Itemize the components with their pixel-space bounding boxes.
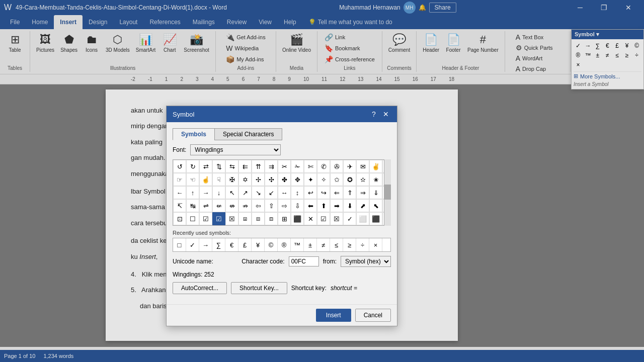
sym-cell[interactable]: ☜ bbox=[186, 173, 199, 186]
recently-cell[interactable]: ± bbox=[304, 238, 317, 251]
sym-cell[interactable]: ✬ bbox=[369, 173, 382, 186]
sym-cell[interactable]: ☒ bbox=[225, 212, 238, 225]
recently-cell[interactable]: × bbox=[369, 238, 382, 251]
sym-cell[interactable]: ↪ bbox=[317, 186, 330, 199]
sym-cell[interactable]: ⇅ bbox=[212, 160, 225, 173]
character-code-input[interactable] bbox=[289, 256, 319, 266]
sym-cell[interactable]: ✌ bbox=[369, 160, 382, 173]
sym-cell[interactable]: ⇦ bbox=[252, 199, 265, 212]
sym-cell[interactable]: ✪ bbox=[343, 173, 356, 186]
sym-cell[interactable]: ⇌ bbox=[199, 199, 212, 212]
sym-cell[interactable]: ✠ bbox=[225, 173, 238, 186]
recently-cell[interactable]: ∑ bbox=[212, 238, 225, 251]
sym-cell[interactable]: ✉ bbox=[356, 160, 369, 173]
sym-cell[interactable]: ⇓ bbox=[369, 186, 382, 199]
sym-cell[interactable]: ✓ bbox=[343, 212, 356, 225]
sym-cell[interactable]: ⇧ bbox=[265, 199, 278, 212]
dialog-tab-special-chars[interactable]: Special Characters bbox=[214, 128, 282, 140]
symbol-grid-scrollbar[interactable] bbox=[384, 159, 391, 226]
recently-cell[interactable]: → bbox=[199, 238, 212, 251]
sym-cell[interactable]: ↙ bbox=[265, 186, 278, 199]
sym-cell[interactable]: ↕ bbox=[291, 186, 304, 199]
sym-cell[interactable]: ⇄ bbox=[199, 160, 212, 173]
sym-cell[interactable]: ⊡ bbox=[173, 212, 186, 225]
sym-cell[interactable]: ← bbox=[173, 186, 186, 199]
sym-cell[interactable]: ☐ bbox=[186, 212, 199, 225]
sym-cell[interactable]: ✈ bbox=[343, 160, 356, 173]
autocorrect-button[interactable]: AutoCorrect... bbox=[173, 282, 227, 294]
recently-cell[interactable]: ÷ bbox=[356, 238, 369, 251]
sym-cell[interactable]: ✧ bbox=[317, 173, 330, 186]
sym-cell[interactable]: ⬈ bbox=[356, 199, 369, 212]
sym-cell[interactable]: ↘ bbox=[252, 186, 265, 199]
recently-cell[interactable]: ™ bbox=[291, 238, 304, 251]
sym-cell[interactable]: ⇐ bbox=[330, 186, 343, 199]
sym-cell[interactable]: ⬇ bbox=[343, 199, 356, 212]
sym-cell[interactable]: ✄ bbox=[304, 160, 317, 173]
sym-cell[interactable]: ⬆ bbox=[317, 199, 330, 212]
sym-cell[interactable]: ☞ bbox=[173, 173, 186, 186]
recently-cell[interactable]: ¥ bbox=[252, 238, 265, 251]
sym-cell[interactable]: ⇇ bbox=[238, 160, 252, 173]
sym-cell[interactable]: ✂ bbox=[278, 160, 291, 173]
sym-cell[interactable]: ↸ bbox=[173, 199, 186, 212]
sym-cell[interactable]: ☑ bbox=[212, 212, 225, 225]
cancel-button[interactable]: Cancel bbox=[355, 309, 391, 322]
sym-cell[interactable]: ✢ bbox=[252, 173, 265, 186]
recently-cell[interactable]: € bbox=[225, 238, 238, 251]
sym-cell[interactable]: ✕ bbox=[304, 212, 317, 225]
sym-cell[interactable]: ⬅ bbox=[304, 199, 317, 212]
sym-cell[interactable]: ⬉ bbox=[369, 199, 382, 212]
sym-cell[interactable]: ⇍ bbox=[212, 199, 225, 212]
sym-cell[interactable]: ⇉ bbox=[265, 160, 278, 173]
recently-cell[interactable]: © bbox=[265, 238, 278, 251]
sym-cell[interactable]: ⇈ bbox=[252, 160, 265, 173]
char-from-select[interactable]: Symbol (hex) Unicode (decimal) ASCII (de… bbox=[341, 256, 391, 267]
sym-cell[interactable]: ⇩ bbox=[291, 199, 304, 212]
recently-cell[interactable]: □ bbox=[173, 238, 186, 251]
sym-cell[interactable]: ⇎ bbox=[225, 199, 238, 212]
sym-cell[interactable]: ✫ bbox=[356, 173, 369, 186]
sym-cell[interactable]: ✆ bbox=[317, 160, 330, 173]
sym-cell[interactable]: ⧆ bbox=[238, 212, 252, 225]
sym-cell[interactable]: ➡ bbox=[330, 199, 343, 212]
sym-cell[interactable]: ✡ bbox=[238, 173, 252, 186]
sym-cell[interactable]: ↑ bbox=[186, 186, 199, 199]
sym-cell[interactable]: ✁ bbox=[291, 160, 304, 173]
sym-cell[interactable]: ☑ bbox=[317, 212, 330, 225]
dialog-close-button[interactable]: ✕ bbox=[381, 109, 391, 119]
sym-cell[interactable]: ↹ bbox=[186, 199, 199, 212]
sym-cell[interactable]: ✥ bbox=[291, 173, 304, 186]
recently-cell[interactable]: ≥ bbox=[343, 238, 356, 251]
sym-cell[interactable]: ⧇ bbox=[252, 212, 265, 225]
sym-cell[interactable]: ⇨ bbox=[278, 199, 291, 212]
sym-cell[interactable]: ↔ bbox=[278, 186, 291, 199]
dialog-tab-symbols[interactable]: Symbols bbox=[173, 128, 215, 140]
sym-cell[interactable]: ↻ bbox=[186, 160, 199, 173]
font-select[interactable]: Wingdings Symbol Webdings Arial bbox=[190, 144, 281, 155]
sym-cell[interactable]: ✦ bbox=[304, 173, 317, 186]
sym-cell[interactable]: ☑ bbox=[199, 212, 212, 225]
shortcut-key-button[interactable]: Shortcut Key... bbox=[231, 282, 287, 294]
sym-cell[interactable]: ⇒ bbox=[356, 186, 369, 199]
sym-cell[interactable]: ↺ bbox=[173, 160, 186, 173]
sym-cell[interactable]: ✣ bbox=[265, 173, 278, 186]
recently-cell[interactable]: ≠ bbox=[317, 238, 330, 251]
sym-cell[interactable]: ⇏ bbox=[238, 199, 252, 212]
recently-cell[interactable]: ≤ bbox=[330, 238, 343, 251]
recently-cell[interactable]: ✓ bbox=[186, 238, 199, 251]
sym-cell[interactable]: ⇑ bbox=[343, 186, 356, 199]
sym-cell[interactable]: → bbox=[199, 186, 212, 199]
sym-cell[interactable]: ⇆ bbox=[225, 160, 238, 173]
sym-cell[interactable]: ✤ bbox=[278, 173, 291, 186]
sym-cell[interactable]: ☝ bbox=[199, 173, 212, 186]
sym-cell[interactable]: ↩ bbox=[304, 186, 317, 199]
sym-cell[interactable]: ↖ bbox=[225, 186, 238, 199]
insert-button[interactable]: Insert bbox=[316, 309, 351, 322]
sym-cell[interactable]: ⬜ bbox=[356, 212, 369, 225]
sym-cell[interactable]: ☒ bbox=[330, 212, 343, 225]
sym-cell[interactable]: ↗ bbox=[238, 186, 252, 199]
recently-cell[interactable]: ® bbox=[278, 238, 291, 251]
sym-cell[interactable]: ⧈ bbox=[265, 212, 278, 225]
recently-cell[interactable]: £ bbox=[238, 238, 252, 251]
